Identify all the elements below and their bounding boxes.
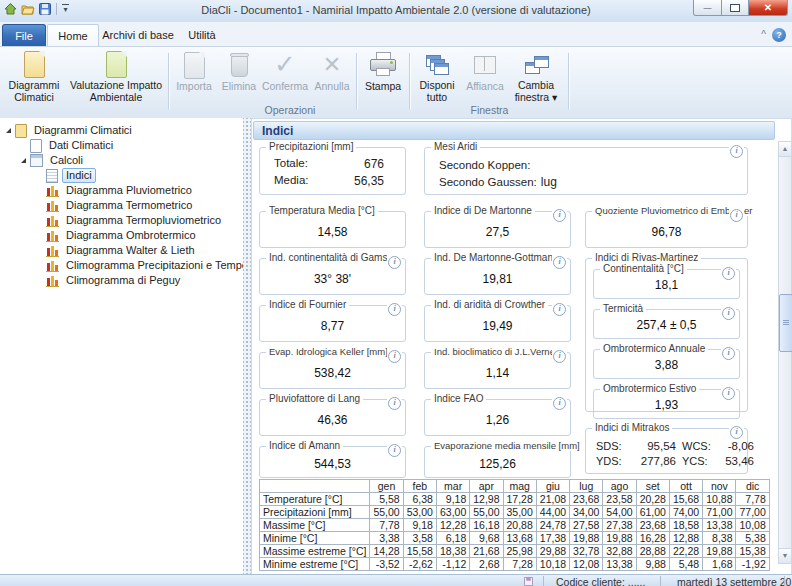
info-icon[interactable]: i (721, 384, 736, 400)
tab-home[interactable]: Home (47, 24, 99, 48)
tree-item[interactable]: Indici (0, 168, 243, 183)
info-icon[interactable]: i (387, 347, 402, 363)
table-cell[interactable]: 29,88 (536, 545, 569, 558)
table-cell[interactable]: 7,78 (370, 519, 403, 532)
table-cell[interactable]: 9,68 (470, 532, 503, 545)
expand-arrow-icon[interactable] (17, 158, 30, 163)
info-icon[interactable]: i (729, 423, 744, 439)
table-cell[interactable]: 8,38 (703, 532, 736, 545)
table-cell[interactable]: 27,38 (603, 519, 636, 532)
table-cell[interactable]: 9,88 (636, 558, 669, 571)
tab-archivi-di-base[interactable]: Archivi di base (99, 24, 177, 46)
vertical-scrollbar[interactable]: ▲ ▼ (778, 141, 792, 564)
table-cell[interactable]: -3,52 (370, 558, 403, 571)
tree-item[interactable]: Climogramma di Peguy (0, 273, 243, 288)
help-icon[interactable]: ? (772, 28, 786, 42)
scroll-down-icon[interactable]: ▼ (779, 548, 791, 563)
table-cell[interactable]: -1,92 (736, 558, 769, 571)
table-cell[interactable]: 12,28 (436, 519, 469, 532)
collapse-ribbon-icon[interactable]: ^ (761, 30, 766, 40)
tree-item[interactable]: Diagramma Walter & Lieth (0, 243, 243, 258)
table-cell[interactable]: 27,58 (570, 519, 603, 532)
save-icon[interactable] (39, 3, 51, 15)
expand-arrow-icon[interactable] (2, 128, 15, 133)
diagrammi-climatici-button[interactable]: Diagrammi Climatici (4, 49, 64, 103)
tab-file[interactable]: File (2, 24, 46, 47)
table-cell[interactable]: 15,58 (403, 545, 436, 558)
table-cell[interactable]: 15,38 (736, 545, 769, 558)
tree-item[interactable]: Diagrammi Climatici (0, 123, 243, 138)
open-folder-icon[interactable] (21, 3, 35, 15)
table-cell[interactable]: 28,88 (636, 545, 669, 558)
table-cell[interactable]: 20,88 (503, 519, 536, 532)
table-cell[interactable]: 7,28 (503, 558, 536, 571)
table-cell[interactable]: 12,88 (669, 532, 702, 545)
table-cell[interactable]: 23,68 (570, 493, 603, 506)
table-cell[interactable]: 13,38 (603, 558, 636, 571)
table-cell[interactable]: 20,28 (636, 493, 669, 506)
table-cell[interactable]: -1,12 (436, 558, 469, 571)
table-cell[interactable]: 7,78 (736, 493, 769, 506)
table-cell[interactable]: 25,98 (503, 545, 536, 558)
info-icon[interactable]: i (552, 394, 567, 410)
tree-item[interactable]: Calcoli (0, 153, 243, 168)
table-cell[interactable]: 9,18 (436, 493, 469, 506)
disponi-tutto-button[interactable]: Disponi tutto (413, 49, 461, 103)
tree-item[interactable]: Diagramma Termometrico (0, 198, 243, 213)
table-cell[interactable]: 19,88 (570, 532, 603, 545)
table-cell[interactable]: 21,68 (470, 545, 503, 558)
table-cell[interactable]: 19,88 (603, 532, 636, 545)
table-cell[interactable]: 16,28 (636, 532, 669, 545)
tree-item[interactable]: Diagramma Termopluviometrico (0, 213, 243, 228)
table-cell[interactable]: 5,58 (370, 493, 403, 506)
close-button[interactable] (749, 0, 788, 16)
tree-item[interactable]: Diagramma Pluviometrico (0, 183, 243, 198)
table-cell[interactable]: 1,68 (703, 558, 736, 571)
table-cell[interactable]: 32,88 (603, 545, 636, 558)
tree-item[interactable]: Diagramma Ombrotermico (0, 228, 243, 243)
table-cell[interactable]: 3,38 (370, 532, 403, 545)
table-cell[interactable]: 32,78 (570, 545, 603, 558)
table-cell[interactable]: 5,48 (669, 558, 702, 571)
table-cell[interactable]: 74,00 (669, 506, 702, 519)
table-cell[interactable]: 10,18 (536, 558, 569, 571)
info-icon[interactable]: i (552, 206, 567, 222)
table-cell[interactable]: 10,08 (736, 519, 769, 532)
table-cell[interactable]: 18,58 (669, 519, 702, 532)
scrollbar-thumb[interactable] (779, 294, 792, 352)
table-cell[interactable]: 12,08 (570, 558, 603, 571)
splitter[interactable] (243, 118, 251, 575)
table-cell[interactable]: 19,88 (703, 545, 736, 558)
table-cell[interactable]: -2,62 (403, 558, 436, 571)
table-cell[interactable]: 24,78 (536, 519, 569, 532)
info-icon[interactable]: i (721, 344, 736, 360)
valutazione-impatto-button[interactable]: Valutazione Impatto Ambientale (66, 49, 166, 103)
table-cell[interactable]: 16,18 (470, 519, 503, 532)
tab-utilita[interactable]: Utilità (179, 24, 225, 46)
info-icon[interactable]: i (387, 300, 402, 316)
table-cell[interactable]: 23,68 (636, 519, 669, 532)
table-cell[interactable]: 15,68 (669, 493, 702, 506)
table-cell[interactable]: 54,00 (603, 506, 636, 519)
table-cell[interactable]: 55,00 (370, 506, 403, 519)
home-icon[interactable] (4, 3, 17, 15)
table-cell[interactable]: 35,00 (503, 506, 536, 519)
table-cell[interactable]: 22,28 (669, 545, 702, 558)
table-cell[interactable]: 5,38 (736, 532, 769, 545)
table-cell[interactable]: 21,08 (536, 493, 569, 506)
table-cell[interactable]: 77,00 (736, 506, 769, 519)
maximize-button[interactable] (722, 0, 749, 16)
info-icon[interactable]: i (387, 394, 402, 410)
table-cell[interactable]: 6,38 (403, 493, 436, 506)
info-icon[interactable]: i (552, 253, 567, 269)
table-cell[interactable]: 18,38 (436, 545, 469, 558)
stampa-button[interactable]: Stampa (360, 49, 406, 103)
info-icon[interactable]: i (387, 441, 402, 457)
table-cell[interactable]: 63,00 (436, 506, 469, 519)
table-cell[interactable]: 17,28 (503, 493, 536, 506)
table-cell[interactable]: 6,18 (436, 532, 469, 545)
table-cell[interactable]: 2,68 (470, 558, 503, 571)
table-cell[interactable]: 61,00 (636, 506, 669, 519)
customize-toolbar-dropdown-icon[interactable]: ▾ (62, 4, 69, 14)
table-cell[interactable]: 9,18 (403, 519, 436, 532)
